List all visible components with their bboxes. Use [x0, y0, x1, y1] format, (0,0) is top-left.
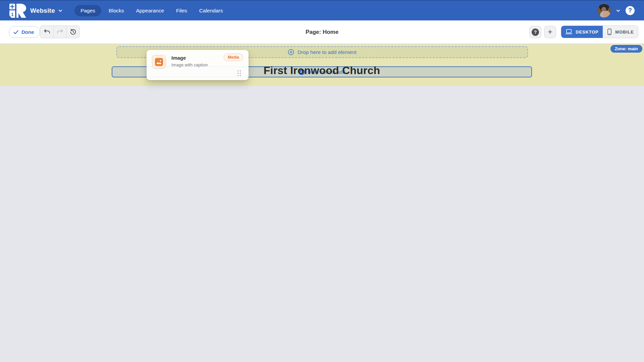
page-editor: 1 Website Pages Blocks Appearance Files …	[0, 0, 644, 362]
drag-handle-icon[interactable]	[237, 70, 241, 76]
desktop-label: DESKTOP	[576, 29, 598, 35]
image-icon	[155, 58, 163, 66]
editor-help-button[interactable]: ?	[529, 26, 541, 38]
topbar-right-cluster: ?	[597, 4, 635, 17]
nav-tab-calendars[interactable]: Calendars	[195, 5, 228, 16]
clock-history-icon	[69, 28, 77, 36]
nav-tab-blocks[interactable]: Blocks	[104, 5, 129, 16]
zone-main: Zone: main Drop here to add element + Dr…	[0, 44, 644, 86]
church-logo-icon[interactable]: 1	[9, 3, 28, 18]
plus-circle-filled-icon: +	[299, 69, 305, 75]
done-label: Done	[21, 29, 34, 35]
mobile-label: MOBILE	[615, 29, 634, 35]
checkmark-icon	[13, 29, 19, 35]
element-title: Image	[171, 55, 186, 61]
chevron-down-icon	[58, 8, 63, 13]
account-chevron-down-icon[interactable]	[615, 8, 621, 13]
inline-drop-label: Drop here to add	[308, 69, 345, 75]
main-nav: Pages Blocks Appearance Files Calendars	[74, 5, 228, 16]
laptop-icon	[565, 29, 573, 35]
user-avatar[interactable]	[597, 4, 611, 17]
page-canvas: Zone: main Drop here to add element + Dr…	[0, 44, 644, 362]
plus-circle-outline-icon	[288, 49, 294, 55]
help-icon[interactable]: ?	[626, 6, 635, 15]
element-subtitle: Image with caption	[171, 62, 208, 67]
nav-tab-pages[interactable]: Pages	[74, 5, 101, 16]
dropzone-label: Drop here to add element	[298, 49, 357, 55]
site-name: Website	[30, 7, 55, 14]
svg-text:1: 1	[11, 12, 14, 17]
element-category-badge: Media	[224, 54, 243, 61]
nav-tab-files[interactable]: Files	[171, 5, 192, 16]
zone-badge: Zone: main	[610, 45, 642, 53]
mobile-phone-icon	[607, 28, 612, 35]
done-button[interactable]: Done	[9, 26, 40, 38]
undo-icon	[43, 28, 51, 36]
redo-button[interactable]	[53, 26, 66, 38]
dragged-image-element-card[interactable]: Image Image with caption Media	[147, 50, 249, 80]
mobile-toggle-button[interactable]: MOBILE	[603, 26, 638, 38]
history-button-group	[40, 25, 80, 38]
question-circle-icon: ?	[532, 28, 539, 36]
site-switcher-dropdown[interactable]: Website	[30, 7, 63, 14]
undo-button[interactable]	[40, 26, 53, 38]
desktop-toggle-button[interactable]: DESKTOP	[561, 26, 603, 38]
top-navbar: 1 Website Pages Blocks Appearance Files …	[0, 0, 644, 20]
add-element-button[interactable]: +	[544, 26, 556, 38]
history-button[interactable]	[66, 26, 79, 38]
nav-tab-appearance[interactable]: Appearance	[131, 5, 169, 16]
image-icon-container	[152, 55, 166, 69]
device-preview-toggle: DESKTOP MOBILE	[561, 25, 638, 38]
editor-toolbar: Done P	[0, 20, 644, 44]
redo-icon	[56, 28, 64, 36]
